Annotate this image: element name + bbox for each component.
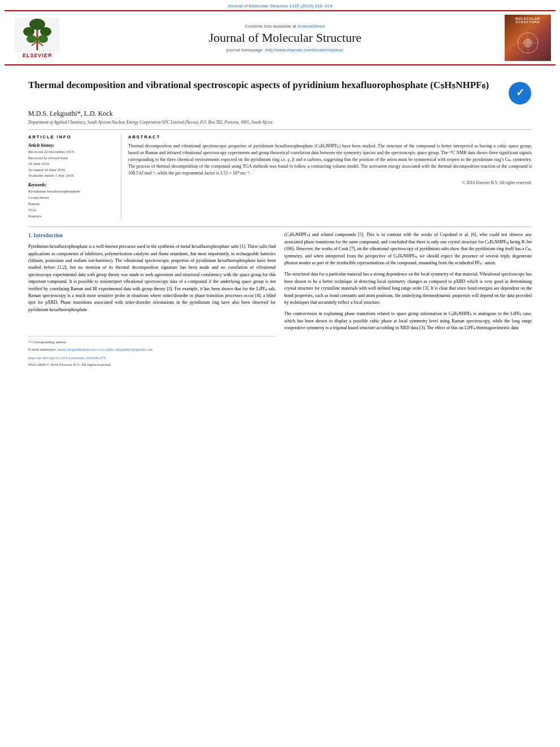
homepage-label: journal homepage: bbox=[226, 47, 264, 53]
journal-thumbnail: MOLECULARSTRUCTURE bbox=[505, 15, 551, 61]
history-label: Article history: bbox=[28, 143, 115, 148]
doi-line: http://dx.doi.org/10.1016/j.molstruc.201… bbox=[28, 355, 276, 361]
svg-point-5 bbox=[27, 35, 37, 43]
footnote-corresponding: * Corresponding author. bbox=[28, 339, 276, 346]
contents-label: Contents lists available at bbox=[245, 24, 296, 29]
footnote-section: * Corresponding author. E-mail addresses… bbox=[28, 336, 276, 368]
journal-main-title: Journal of Molecular Structure bbox=[71, 30, 499, 45]
elsevier-label: ELSEVIER bbox=[23, 53, 53, 58]
article-info-panel: ARTICLE INFO Article history: Received 2… bbox=[28, 134, 121, 220]
keywords-label: Keywords: bbox=[28, 182, 115, 187]
keyword-3: Raman bbox=[28, 201, 115, 207]
abstract-text: Thermal decomposition and vibrational sp… bbox=[128, 143, 532, 177]
intro-paragraph-3: The structural data for a particular mat… bbox=[285, 271, 532, 306]
intro-section-title: 1. Introduction bbox=[28, 231, 276, 240]
elsevier-tree-icon bbox=[15, 18, 60, 53]
affiliation: Department of Applied Chemistry, South A… bbox=[28, 120, 532, 125]
footnote-email: E-mail addresses: mpho.lekgoathi@necsa.c… bbox=[28, 347, 276, 353]
svg-text:✓: ✓ bbox=[516, 87, 524, 98]
available-line: Available online 1 July 2016 bbox=[28, 173, 115, 179]
abstract-panel: ABSTRACT Thermal decomposition and vibra… bbox=[128, 134, 532, 220]
journal-ref: Journal of Molecular Structure 1125 (201… bbox=[228, 3, 332, 8]
abstract-copyright: © 2016 Elsevier B.V. All rights reserved… bbox=[128, 180, 532, 185]
crossmark-logo: ✓ bbox=[508, 81, 532, 105]
divider-body bbox=[28, 226, 532, 227]
received-line: Received 22 December 2015 bbox=[28, 149, 115, 155]
intro-paragraph-4: The controversies in explaining phase tr… bbox=[285, 311, 532, 331]
revised-date: 28 June 2016 bbox=[28, 161, 115, 167]
authors: M.D.S. Lekgoathi*, L.D. Kock bbox=[28, 110, 532, 118]
keywords-list: Pyridinium hexafluorophosphate Group the… bbox=[28, 189, 115, 220]
keyword-5: Kinetics bbox=[28, 213, 115, 220]
doi-link[interactable]: http://dx.doi.org/10.1016/j.molstruc.201… bbox=[28, 356, 106, 360]
svg-point-3 bbox=[23, 27, 34, 36]
svg-point-6 bbox=[38, 35, 48, 43]
body-right-column: (C₅H₅NHPF₆) and related compounds [5]. T… bbox=[285, 231, 532, 368]
issn-line: 0022-2860/© 2016 Elsevier B.V. All right… bbox=[28, 362, 276, 368]
revised-label: Received in revised form bbox=[28, 155, 115, 161]
intro-paragraph-1: Pyridinium hexafluorophosphate is a well… bbox=[28, 243, 276, 313]
svg-point-4 bbox=[40, 27, 51, 36]
keyword-1: Pyridinium hexafluorophosphate bbox=[28, 189, 115, 195]
accepted-line: Accepted 28 June 2016 bbox=[28, 167, 115, 173]
keyword-4: TGA bbox=[28, 207, 115, 213]
homepage-link[interactable]: http://www.elsevier.com/locate/molstruc bbox=[265, 47, 344, 53]
sciencedirect-link[interactable]: ScienceDirect bbox=[298, 24, 325, 29]
email2-link[interactable]: mpho.lekgoathi2@gmail.com bbox=[106, 347, 152, 352]
intro-paragraph-2: (C₅H₅NHPF₆) and related compounds [5]. T… bbox=[285, 231, 532, 267]
divider-after-affiliation bbox=[28, 129, 532, 130]
elsevier-logo: ELSEVIER bbox=[9, 18, 65, 58]
paper-title: Thermal decomposition and vibrational sp… bbox=[28, 79, 508, 91]
abstract-title: ABSTRACT bbox=[128, 134, 532, 139]
keyword-2: Group theory bbox=[28, 195, 115, 201]
thumbnail-graphic bbox=[505, 15, 551, 61]
article-info-title: ARTICLE INFO bbox=[28, 134, 115, 139]
body-left-column: 1. Introduction Pyridinium hexafluoropho… bbox=[28, 231, 276, 368]
email1-link[interactable]: mpho.lekgoathi@necsa.co.za bbox=[57, 347, 103, 352]
